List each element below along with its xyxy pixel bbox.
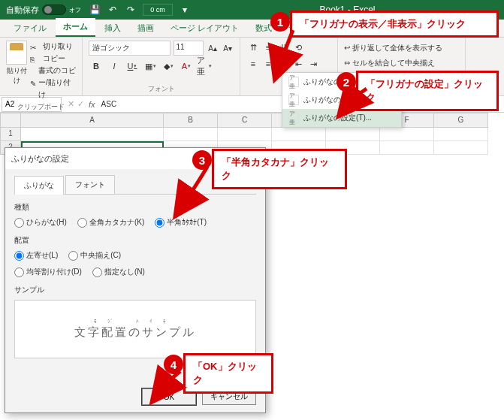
cut-button[interactable]: ✂切り取り xyxy=(30,41,76,53)
col-B[interactable]: B xyxy=(164,113,218,128)
callout-1: 「フリガナの表示／非表示」クリック xyxy=(290,11,499,38)
radio-none[interactable]: 指定なし(N) xyxy=(92,267,145,277)
radio-zenkaku[interactable]: 全角カタカナ(K) xyxy=(77,217,144,228)
badge-3: 3 xyxy=(192,150,212,170)
wrap-text-button[interactable]: ↩折り返して全体を表示する xyxy=(344,41,459,56)
fill-color-button[interactable]: ◆▾ xyxy=(161,59,176,74)
row-1[interactable]: 1 xyxy=(0,128,21,141)
copy-icon: ⎘ xyxy=(30,54,41,63)
col-G[interactable]: G xyxy=(434,113,488,128)
cell-G2[interactable] xyxy=(434,141,488,155)
clipboard-group: 貼り付け ✂切り取り ⎘コピー ✎書式のコピー/貼り付け クリップボード xyxy=(0,38,83,95)
bold-button[interactable]: B xyxy=(89,59,104,74)
badge-1: 1 xyxy=(270,12,290,32)
cell-G1[interactable] xyxy=(434,128,488,141)
clipboard-label: クリップボード xyxy=(6,101,76,112)
undo-icon[interactable]: ↶ xyxy=(107,4,119,16)
sample-preview: ﾓｼﾞ ﾊｲﾁ 文字配置のサンプル xyxy=(14,300,256,358)
fx-enter-icon[interactable]: ✓ xyxy=(77,99,84,109)
arrow-2 xyxy=(344,89,374,120)
col-C[interactable]: C xyxy=(218,113,272,128)
badge-4: 4 xyxy=(164,355,183,374)
tab-draw[interactable]: 描画 xyxy=(130,20,161,37)
type-section-label: 種類 xyxy=(14,202,256,213)
paste-label: 貼り付け xyxy=(6,66,27,86)
autosave-off: オフ xyxy=(69,6,81,14)
merge-icon: ⇔ xyxy=(344,56,350,71)
arrow-1 xyxy=(263,30,300,77)
menu-phonetic-settings[interactable]: ア亜ふりがなの設定(T)... xyxy=(282,109,401,127)
callout-2: 「フリガナの設定」クリック xyxy=(356,71,499,111)
border-button[interactable]: ▦▾ xyxy=(143,59,158,74)
font-color-button[interactable]: A▾ xyxy=(179,59,194,74)
align-left-icon[interactable]: ≡ xyxy=(246,57,260,71)
fx-icon[interactable]: fx xyxy=(89,100,95,109)
font-group: 游ゴシック 11 A▴ A▾ B I U▾ ▦▾ ◆▾ A▾ ア亜▾ フォント xyxy=(83,38,240,95)
indent-inc-icon[interactable]: ⇥ xyxy=(306,57,320,71)
select-all-corner[interactable] xyxy=(0,113,21,128)
save-icon[interactable]: 💾 xyxy=(89,4,101,16)
italic-button[interactable]: I xyxy=(107,59,122,74)
tab-home[interactable]: ホーム xyxy=(56,18,95,37)
radio-hiragana[interactable]: ひらがな(H) xyxy=(14,217,67,228)
tab-insert[interactable]: 挿入 xyxy=(97,20,128,37)
merge-center-button[interactable]: ⇔セルを結合して中央揃え xyxy=(344,56,459,71)
cell-D1[interactable] xyxy=(272,128,326,141)
radio-hankaku[interactable]: 半角ｶﾀｶﾅ(T) xyxy=(155,217,207,228)
cell-F2[interactable] xyxy=(380,141,434,155)
sample-section-label: サンプル xyxy=(14,285,256,295)
autosave-toggle[interactable]: 自動保存 オフ xyxy=(6,5,81,16)
badge-2: 2 xyxy=(337,72,356,92)
sample-ruby: ﾓｼﾞ ﾊｲﾁ xyxy=(94,319,177,324)
cell-B1[interactable] xyxy=(164,128,218,141)
tab-layout[interactable]: ページ レイアウト xyxy=(163,20,246,37)
tab-furigana[interactable]: ふりがな xyxy=(14,176,64,195)
phonetic-show-icon: ア亜 xyxy=(288,77,299,87)
copy-button[interactable]: ⎘コピー xyxy=(30,53,76,65)
paste-icon xyxy=(6,41,27,65)
toggle-pill[interactable] xyxy=(42,5,66,15)
callout-3: 「半角カタカナ」クリック xyxy=(212,149,347,189)
decrease-font-icon[interactable]: A▾ xyxy=(222,42,234,54)
align-top-icon[interactable]: ⇈ xyxy=(246,41,260,54)
align-section-label: 配置 xyxy=(14,235,256,246)
radio-center[interactable]: 中央揃え(C) xyxy=(68,250,121,261)
font-label: フォント xyxy=(89,83,234,94)
quick-access-toolbar: 💾 ↶ ↷ 0 cm ▾ xyxy=(89,4,191,16)
col-A[interactable]: A xyxy=(21,113,164,128)
font-size-select[interactable]: 11 xyxy=(174,41,204,56)
format-painter-button[interactable]: ✎書式のコピー/貼り付け xyxy=(30,65,76,101)
scissors-icon: ✂ xyxy=(30,42,41,51)
callout-4: 「OK」クリック xyxy=(183,353,273,394)
radio-left[interactable]: 左寄せ(L) xyxy=(14,250,58,261)
increase-font-icon[interactable]: A▴ xyxy=(207,42,219,54)
cell-E1[interactable] xyxy=(326,128,380,141)
sample-text: 文字配置のサンプル xyxy=(74,325,196,340)
wrap-icon: ↩ xyxy=(344,41,350,56)
autosave-label: 自動保存 xyxy=(6,5,39,16)
qat-more-icon[interactable]: ▾ xyxy=(179,4,191,16)
cell-C1[interactable] xyxy=(218,128,272,141)
phonetic-settings-icon: ア亜 xyxy=(288,113,299,123)
dialog-title: ふりがなの設定 xyxy=(11,153,69,165)
font-name-select[interactable]: 游ゴシック xyxy=(89,41,171,56)
tab-font[interactable]: フォント xyxy=(65,175,115,194)
arrow-3 xyxy=(177,167,215,213)
paste-button[interactable]: 貼り付け xyxy=(6,41,27,101)
phonetic-edit-icon: ア亜 xyxy=(288,95,299,105)
cm-box: 0 cm xyxy=(143,4,173,16)
underline-button[interactable]: U▾ xyxy=(125,59,140,74)
cell-A1[interactable] xyxy=(21,128,164,141)
tab-file[interactable]: ファイル xyxy=(6,20,54,37)
brush-icon: ✎ xyxy=(30,78,36,87)
cell-F1[interactable] xyxy=(380,128,434,141)
phonetic-button[interactable]: ア亜▾ xyxy=(197,59,212,74)
redo-icon[interactable]: ↷ xyxy=(125,4,137,16)
radio-distributed[interactable]: 均等割り付け(D) xyxy=(14,267,82,277)
arrow-4 xyxy=(158,371,188,403)
